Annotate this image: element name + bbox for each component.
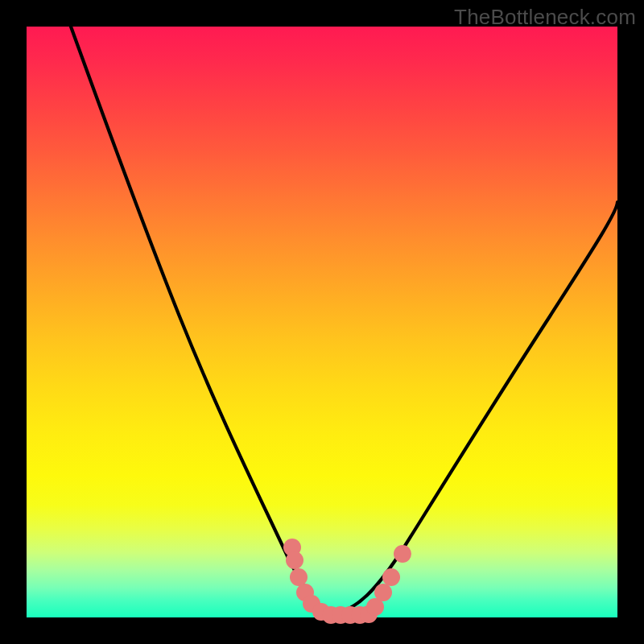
curve-marker	[374, 584, 392, 601]
curve-marker	[394, 545, 411, 563]
curve-marker	[286, 551, 303, 569]
watermark-text: TheBottleneck.com	[454, 5, 636, 30]
bottleneck-curve	[27, 27, 617, 617]
chart-frame: TheBottleneck.com	[0, 0, 644, 644]
curve-marker	[382, 568, 400, 586]
plot-area	[27, 27, 617, 617]
